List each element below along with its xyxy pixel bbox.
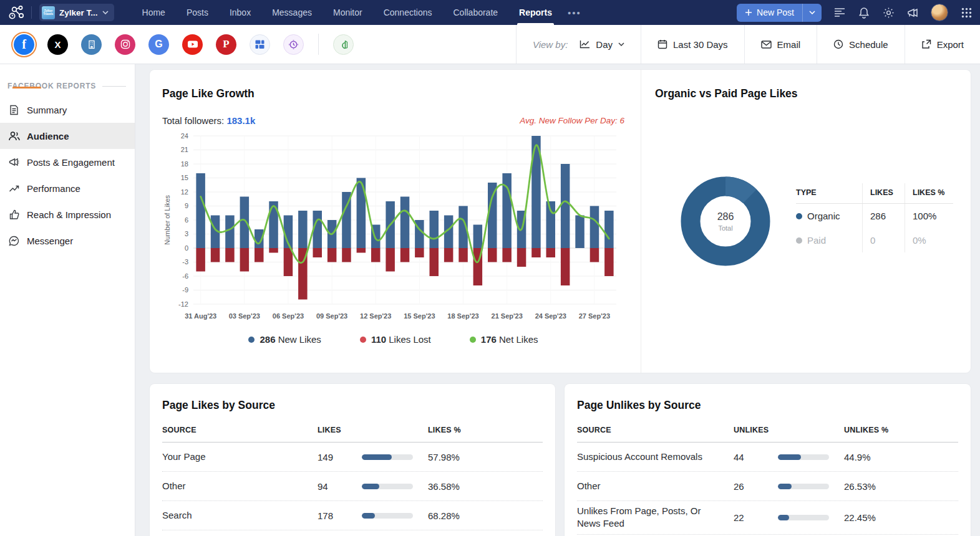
- legend-net-likes: 176 Net Likes: [470, 334, 538, 345]
- table-row: Suspicious Account Removals 44 44.9%: [577, 443, 958, 472]
- sidebar-heading: FACEBOOK REPORTS: [0, 82, 135, 97]
- google-icon[interactable]: G: [148, 34, 169, 55]
- trend-up-icon: [8, 184, 20, 193]
- total-followers: Total followers: 183.1k: [162, 115, 255, 126]
- organic-dot: [796, 213, 802, 219]
- facebook-icon[interactable]: f: [14, 34, 34, 55]
- nav-item-inbox[interactable]: Inbox: [219, 0, 261, 25]
- sidebar-item-audience[interactable]: Audience: [0, 123, 135, 149]
- blue-tiles-app-icon[interactable]: [250, 34, 270, 55]
- youtube-icon[interactable]: [182, 34, 203, 55]
- svg-text:18: 18: [181, 160, 188, 168]
- svg-text:-6: -6: [182, 272, 188, 280]
- notifications-bell-icon[interactable]: [858, 6, 870, 19]
- svg-text:15: 15: [181, 174, 188, 181]
- email-button[interactable]: Email: [744, 25, 817, 64]
- view-by-control[interactable]: View by: Day: [516, 25, 641, 64]
- likes-by-source-title: Page Likes by Source: [162, 399, 543, 412]
- svg-text:15 Sep'23: 15 Sep'23: [404, 312, 435, 320]
- col-header-unlikes: UNLIKES: [734, 426, 778, 434]
- report-controls: View by: Day Last 30 Days: [516, 25, 980, 64]
- sidebar-item-messenger[interactable]: Messenger: [0, 227, 135, 254]
- email-label: Email: [777, 39, 801, 50]
- instagram-icon[interactable]: [115, 34, 135, 55]
- page-unlikes-by-source-card: Page Unlikes by Source SOURCE UNLIKES UN…: [565, 384, 971, 536]
- organic-likes: 286: [862, 204, 905, 228]
- svg-text:24 Sep'23: 24 Sep'23: [535, 312, 566, 320]
- svg-text:12 Sep'23: 12 Sep'23: [360, 312, 391, 320]
- chart-line-icon: [580, 40, 590, 49]
- page-like-growth-section: Page Like Growth Total followers: 183.1k…: [150, 70, 641, 373]
- new-post-dropdown[interactable]: [802, 4, 822, 22]
- paid-dot: [796, 237, 802, 244]
- purple-timer-icon[interactable]: [283, 34, 304, 55]
- top-navigation: Zylker Travels Zylker T... Home Posts In…: [0, 0, 980, 25]
- export-button[interactable]: Export: [905, 25, 980, 64]
- paid-likes-pct: 0%: [905, 228, 953, 252]
- thumbs-up-icon: [8, 209, 20, 219]
- sidebar-item-reach-impression[interactable]: Reach & Impression: [0, 201, 135, 227]
- col-header-source: SOURCE: [162, 426, 318, 434]
- progress-bar: [778, 515, 829, 520]
- apps-grid-icon[interactable]: [960, 6, 973, 19]
- table-row: Search 178 68.28%: [162, 501, 543, 530]
- donut-total-label: Total: [718, 224, 732, 232]
- svg-text:0: 0: [185, 244, 188, 252]
- col-header-likes-pct: LIKES %: [428, 426, 543, 434]
- email-icon: [761, 41, 772, 49]
- linkedin-company-icon[interactable]: [81, 34, 102, 55]
- table-row: Other 94 36.58%: [162, 472, 543, 501]
- date-range-value: Last 30 Days: [673, 39, 728, 50]
- total-followers-value[interactable]: 183.1k: [226, 115, 255, 126]
- view-by-label: View by:: [533, 39, 568, 50]
- new-post-button[interactable]: New Post: [737, 4, 822, 22]
- zoho-social-logo-icon[interactable]: [7, 4, 26, 21]
- export-label: Export: [937, 39, 964, 50]
- x-twitter-icon[interactable]: X: [47, 34, 68, 55]
- svg-text:-9: -9: [182, 286, 188, 294]
- announcements-megaphone-icon[interactable]: [906, 6, 919, 19]
- green-app-icon[interactable]: [333, 34, 354, 55]
- nav-item-connections[interactable]: Connections: [373, 0, 443, 25]
- nav-item-collaborate[interactable]: Collaborate: [442, 0, 508, 25]
- nav-item-monitor[interactable]: Monitor: [323, 0, 373, 25]
- brand-selector[interactable]: Zylker Travels Zylker T...: [39, 4, 114, 21]
- unlikes-by-source-title: Page Unlikes by Source: [577, 399, 958, 412]
- settings-gear-icon[interactable]: [882, 6, 895, 19]
- date-range-control[interactable]: Last 30 Days: [641, 25, 744, 64]
- progress-bar: [362, 454, 413, 460]
- channel-list: f X G P: [0, 34, 354, 55]
- schedule-button[interactable]: Schedule: [817, 25, 905, 64]
- svg-text:9: 9: [185, 202, 188, 209]
- pinterest-icon[interactable]: P: [216, 34, 236, 55]
- activity-feed-icon[interactable]: [833, 6, 846, 19]
- sidebar-item-summary[interactable]: Summary: [0, 97, 135, 123]
- messenger-icon: [8, 236, 20, 246]
- sidebar-item-performance[interactable]: Performance: [0, 175, 135, 201]
- nav-item-reports[interactable]: Reports: [508, 0, 563, 25]
- schedule-label: Schedule: [849, 39, 888, 50]
- legend-dot-likes-lost: [360, 337, 366, 343]
- table-row: Organic: [796, 204, 862, 228]
- svg-text:06 Sep'23: 06 Sep'23: [273, 312, 304, 320]
- table-header: SOURCE LIKES LIKES %: [162, 426, 543, 443]
- col-header-likes: LIKES: [862, 183, 905, 203]
- nav-item-messages[interactable]: Messages: [261, 0, 323, 25]
- chart-legend: 286 New Likes 110 Likes Lost 176 Net Lik…: [162, 334, 624, 345]
- divider: [31, 6, 32, 19]
- user-avatar[interactable]: [931, 4, 948, 21]
- page-like-growth-title: Page Like Growth: [162, 87, 624, 100]
- sidebar-item-posts-engagement[interactable]: Posts & Engagement: [0, 149, 135, 175]
- col-header-source: SOURCE: [577, 426, 734, 434]
- legend-new-likes: 286 New Likes: [248, 334, 321, 345]
- brand-name: Zylker T...: [59, 8, 98, 17]
- people-icon: [8, 131, 20, 141]
- primary-nav: Home Posts Inbox Messages Monitor Connec…: [132, 0, 563, 25]
- table-row: Your Page 149 57.98%: [162, 443, 543, 472]
- more-menu-icon[interactable]: •••: [563, 7, 586, 18]
- nav-item-home[interactable]: Home: [132, 0, 176, 25]
- table-header: SOURCE UNLIKES UNLIKES %: [577, 426, 958, 443]
- nav-item-posts[interactable]: Posts: [176, 0, 219, 25]
- progress-bar: [362, 484, 413, 489]
- nav-actions: New Post: [737, 4, 973, 22]
